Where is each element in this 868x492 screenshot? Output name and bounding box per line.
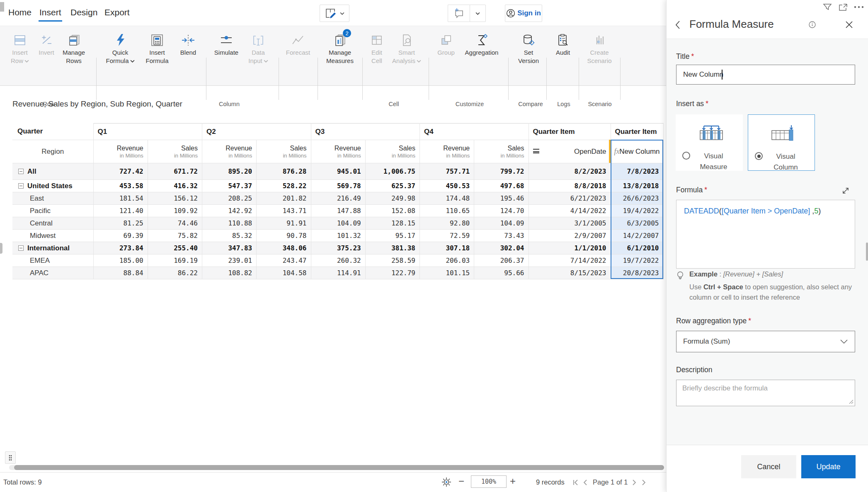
value-cell[interactable]: 671.72 xyxy=(148,163,202,180)
value-cell[interactable]: 625.37 xyxy=(365,180,419,192)
value-cell[interactable]: 181.54 xyxy=(93,192,148,205)
header-q3-revenue[interactable]: Revenuein Millions xyxy=(311,140,365,163)
ribbon-button-manage-measures[interactable]: 2 Manage Measures xyxy=(323,32,356,78)
last-page-button[interactable] xyxy=(641,479,647,486)
value-cell[interactable]: 416.32 xyxy=(148,180,202,192)
region-cell[interactable]: All xyxy=(12,163,93,180)
header-q2[interactable]: Q2 xyxy=(202,124,311,140)
menu-tab-design[interactable]: Design xyxy=(70,7,97,17)
table-settings-button[interactable] xyxy=(441,477,452,487)
value-cell[interactable]: 147.88 xyxy=(311,205,365,217)
value-cell[interactable]: 69.39 xyxy=(93,230,148,242)
cancel-button[interactable]: Cancel xyxy=(741,455,796,478)
value-cell[interactable]: 101.32 xyxy=(311,230,365,242)
value-cell[interactable]: 206.37 xyxy=(474,254,529,267)
value-cell[interactable]: 75.82 xyxy=(148,230,202,242)
header-q1-revenue[interactable]: Revenuein Millions xyxy=(93,140,148,163)
title-input[interactable] xyxy=(676,65,855,85)
comment-menu-button[interactable] xyxy=(470,5,486,22)
value-cell[interactable]: 90.78 xyxy=(257,230,311,242)
pane-resize-handle[interactable] xyxy=(0,243,2,254)
region-cell[interactable]: Pacific xyxy=(12,205,93,217)
value-cell[interactable]: 142.92 xyxy=(202,205,257,217)
value-cell[interactable]: 347.83 xyxy=(202,242,257,254)
ribbon-button-group[interactable]: Group xyxy=(434,32,458,78)
edit-view-button[interactable] xyxy=(320,5,349,22)
value-cell[interactable]: 104.09 xyxy=(311,217,365,230)
value-cell[interactable]: 91.91 xyxy=(257,217,311,230)
ribbon-button-forecast[interactable]: Forecast xyxy=(284,32,312,78)
value-cell[interactable]: 895.20 xyxy=(202,163,257,180)
newcolumn-cell[interactable]: 13/8/2018 xyxy=(611,180,663,192)
value-cell[interactable]: 124.70 xyxy=(474,205,529,217)
region-cell[interactable]: East xyxy=(12,192,93,205)
aggregation-type-select[interactable]: Formula (Sum) xyxy=(676,331,855,352)
value-cell[interactable]: 101.15 xyxy=(420,267,474,279)
header-q2-sales[interactable]: Salesin Millions xyxy=(257,140,311,163)
value-cell[interactable]: 108.82 xyxy=(202,267,257,279)
value-cell[interactable]: 375.23 xyxy=(311,242,365,254)
region-cell[interactable]: Midwest xyxy=(12,230,93,242)
value-cell[interactable]: 88.84 xyxy=(93,267,148,279)
value-cell[interactable]: 174.48 xyxy=(420,192,474,205)
value-cell[interactable]: 255.40 xyxy=(148,242,202,254)
value-cell[interactable]: 95.66 xyxy=(474,267,529,279)
formula-editor[interactable]: DATEADD([Quarter Item > OpenDate] ,5) xyxy=(676,200,855,269)
value-cell[interactable]: 239.01 xyxy=(202,254,257,267)
value-cell[interactable]: 1,006.75 xyxy=(365,163,419,180)
ribbon-button-insert-formula[interactable]: Insert Formula xyxy=(143,32,172,78)
ribbon-button-simulate[interactable]: Simulate xyxy=(211,32,242,78)
header-q1[interactable]: Q1 xyxy=(93,124,202,140)
value-cell[interactable]: 453.58 xyxy=(93,180,148,192)
value-cell[interactable]: 152.08 xyxy=(365,205,419,217)
value-cell[interactable]: 799.72 xyxy=(474,163,529,180)
expand-window-icon[interactable] xyxy=(839,3,848,12)
region-cell[interactable]: APAC xyxy=(12,267,93,279)
horizontal-scrollbar-thumb[interactable] xyxy=(14,465,664,470)
option-visual-column[interactable]: VisualColumn xyxy=(748,114,815,171)
value-cell[interactable]: 302.04 xyxy=(474,242,529,254)
value-cell[interactable]: 569.78 xyxy=(311,180,365,192)
value-cell[interactable]: 110.88 xyxy=(202,217,257,230)
opendate-cell[interactable]: 4/14/2022 xyxy=(529,205,611,217)
menu-tab-insert[interactable]: Insert xyxy=(39,7,61,17)
value-cell[interactable]: 348.06 xyxy=(257,242,311,254)
header-q4-revenue[interactable]: Revenuein Millions xyxy=(420,140,474,163)
value-cell[interactable]: 381.38 xyxy=(365,242,419,254)
value-cell[interactable]: 114.91 xyxy=(311,267,365,279)
value-cell[interactable]: 450.53 xyxy=(420,180,474,192)
opendate-cell[interactable]: 3/1/2005 xyxy=(529,217,611,230)
header-quarter-item-newcolumn[interactable]: Quarter Item xyxy=(611,124,663,140)
value-cell[interactable]: 757.71 xyxy=(420,163,474,180)
value-cell[interactable]: 208.25 xyxy=(202,192,257,205)
value-cell[interactable]: 195.46 xyxy=(474,192,529,205)
radio-visual-column[interactable] xyxy=(755,152,763,160)
value-cell[interactable]: 121.40 xyxy=(93,205,148,217)
opendate-cell[interactable]: 2/9/2007 xyxy=(529,230,611,242)
panel-scrollbar-thumb[interactable] xyxy=(866,242,868,261)
value-cell[interactable]: 307.18 xyxy=(420,242,474,254)
value-cell[interactable]: 81.25 xyxy=(93,217,148,230)
radio-visual-measure[interactable] xyxy=(682,152,690,160)
value-cell[interactable]: 86.22 xyxy=(148,267,202,279)
opendate-cell[interactable]: 1/1/2010 xyxy=(529,242,611,254)
opendate-cell[interactable]: 6/21/2023 xyxy=(529,192,611,205)
value-cell[interactable]: 95.17 xyxy=(365,230,419,242)
value-cell[interactable]: 104.09 xyxy=(474,217,529,230)
description-textarea[interactable] xyxy=(676,380,855,406)
region-cell[interactable]: EMEA xyxy=(12,254,93,267)
header-q4[interactable]: Q4 xyxy=(420,124,529,140)
column-menu-icon[interactable] xyxy=(533,149,539,153)
newcolumn-cell[interactable]: 14/2/2007 xyxy=(611,230,663,242)
value-cell[interactable]: 110.65 xyxy=(420,205,474,217)
header-quarter-item-opendate[interactable]: Quarter Item xyxy=(529,124,611,140)
value-cell[interactable]: 497.68 xyxy=(474,180,529,192)
value-cell[interactable]: 258.59 xyxy=(365,254,419,267)
value-cell[interactable]: 92.80 xyxy=(420,217,474,230)
value-cell[interactable]: 528.22 xyxy=(257,180,311,192)
header-q4-sales[interactable]: Salesin Millions xyxy=(474,140,529,163)
zoom-out-button[interactable]: − xyxy=(458,475,464,487)
menu-tab-home[interactable]: Home xyxy=(8,7,32,17)
value-cell[interactable]: 122.79 xyxy=(365,267,419,279)
close-icon[interactable] xyxy=(845,20,853,29)
